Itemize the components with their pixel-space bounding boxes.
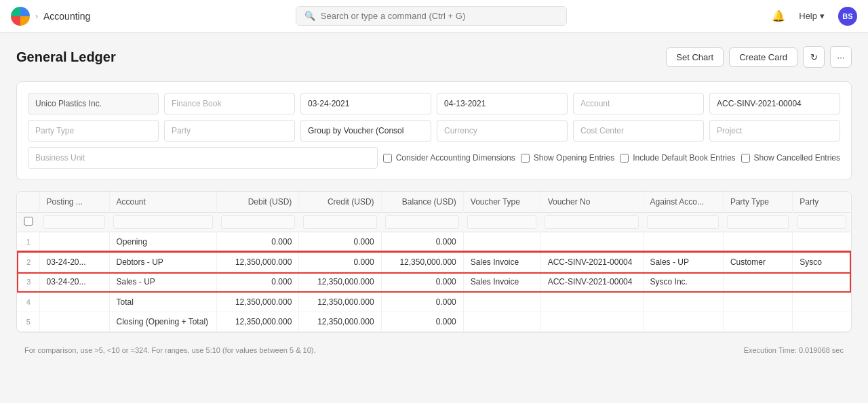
filter-party-type-input[interactable] (727, 215, 788, 229)
show-opening-entries-label[interactable]: Show Opening Entries (521, 153, 614, 163)
cell-voucher-type-1 (463, 232, 540, 253)
filter-cell-posting (39, 213, 109, 232)
cell-balance-2: 12,350,000.000 (381, 252, 463, 272)
cell-party-1 (793, 232, 850, 253)
show-cancelled-entries-checkbox[interactable] (741, 154, 750, 163)
filter-debit-input[interactable] (221, 215, 295, 229)
filter-against-input[interactable] (647, 215, 719, 229)
app-name: Accounting (43, 11, 90, 22)
filter-voucher-type-input[interactable] (467, 215, 536, 229)
col-party: Party (793, 192, 850, 213)
cell-voucher-no-1 (540, 232, 643, 253)
cell-credit-2: 0.000 (299, 252, 381, 272)
show-opening-entries-checkbox[interactable] (521, 154, 530, 163)
cell-balance-1: 0.000 (381, 232, 463, 253)
cell-posting-5 (39, 312, 109, 332)
cell-voucher-no-3: ACC-SINV-2021-00004 (540, 272, 643, 293)
filter-posting-input[interactable] (43, 215, 105, 229)
filter-cell-credit (299, 213, 381, 232)
account-placeholder-input[interactable] (573, 93, 704, 114)
cell-credit-4: 12,350,000.000 (299, 292, 381, 312)
party-type-input[interactable] (28, 120, 159, 142)
table-header-row: Posting ... Account Debit (USD) Credit (… (18, 192, 850, 213)
include-default-book-checkbox[interactable] (620, 154, 629, 163)
business-unit-input[interactable] (28, 147, 378, 169)
finance-book-input[interactable] (164, 93, 295, 114)
col-voucher-no: Voucher No (540, 192, 643, 213)
table-row[interactable]: 5 Closing (Opening + Total) 12,350,000.0… (18, 312, 850, 332)
col-posting: Posting ... (39, 192, 109, 213)
filter-balance-input[interactable] (385, 215, 459, 229)
filter-cell-check (18, 213, 39, 232)
filter-cell-party-type (723, 213, 792, 232)
filter-cell-against (643, 213, 723, 232)
table-row[interactable]: 2 03-24-20... Debtors - UP 12,350,000.00… (18, 252, 850, 272)
cell-account-2: Debtors - UP (109, 252, 217, 272)
cell-posting-2: 03-24-20... (39, 252, 109, 272)
cell-party-type-5 (723, 312, 792, 332)
cell-credit-3: 12,350,000.000 (299, 272, 381, 293)
party-input[interactable] (164, 120, 295, 142)
cell-credit-1: 0.000 (299, 232, 381, 253)
col-voucher-type: Voucher Type (463, 192, 540, 213)
page-header: General Ledger Set Chart Create Card ↻ ·… (16, 46, 852, 68)
cell-balance-3: 0.000 (381, 272, 463, 293)
avatar[interactable]: BS (838, 7, 857, 26)
cost-center-input[interactable] (573, 120, 704, 142)
to-date-input[interactable] (437, 93, 568, 114)
col-debit: Debit (USD) (217, 192, 299, 213)
row-num-4: 4 (18, 292, 39, 312)
cell-account-3: Sales - UP (109, 272, 217, 293)
search-input[interactable] (321, 11, 558, 21)
navbar-left: › Accounting (11, 7, 90, 26)
project-input[interactable] (709, 120, 840, 142)
cell-debit-3: 0.000 (217, 272, 299, 293)
filter-row-2 (28, 120, 840, 142)
consider-accounting-dimensions-label[interactable]: Consider Accounting Dimensions (383, 153, 515, 163)
account-value-input[interactable] (709, 93, 840, 114)
filter-account-input[interactable] (113, 215, 213, 229)
refresh-button[interactable]: ↻ (803, 46, 825, 68)
cell-against-3: Sysco Inc. (643, 272, 723, 293)
filter-row-3: Consider Accounting Dimensions Show Open… (28, 147, 840, 169)
cell-debit-1: 0.000 (217, 232, 299, 253)
cell-debit-5: 12,350,000.000 (217, 312, 299, 332)
table-container: Posting ... Account Debit (USD) Credit (… (16, 191, 852, 333)
search-box[interactable]: 🔍 (296, 6, 567, 26)
cell-voucher-no-4 (540, 292, 643, 312)
more-options-button[interactable]: ··· (830, 46, 852, 68)
help-button[interactable]: Help ▾ (793, 8, 830, 24)
row-num-2: 2 (18, 252, 39, 272)
filter-party-input[interactable] (797, 215, 846, 229)
cell-against-2: Sales - UP (643, 252, 723, 272)
header-actions: Set Chart Create Card ↻ ··· (666, 46, 852, 68)
from-date-input[interactable] (300, 93, 431, 114)
filter-cell-party (793, 213, 850, 232)
refresh-icon: ↻ (810, 52, 818, 62)
cell-account-5: Closing (Opening + Total) (109, 312, 217, 332)
show-cancelled-entries-label[interactable]: Show Cancelled Entries (741, 153, 840, 163)
currency-input[interactable] (437, 120, 568, 142)
consider-accounting-dimensions-checkbox[interactable] (383, 154, 392, 163)
table-row[interactable]: 3 03-24-20... Sales - UP 0.000 12,350,00… (18, 272, 850, 293)
col-party-type: Party Type (723, 192, 792, 213)
cell-posting-3: 03-24-20... (39, 272, 109, 293)
create-card-button[interactable]: Create Card (729, 47, 797, 67)
search-icon: 🔍 (304, 11, 315, 21)
filter-row-1 (28, 93, 840, 114)
notification-bell-icon[interactable]: 🔔 (772, 9, 785, 22)
set-chart-button[interactable]: Set Chart (666, 47, 724, 67)
filter-section: Consider Accounting Dimensions Show Open… (16, 81, 852, 180)
filter-voucher-no-input[interactable] (545, 215, 639, 229)
cell-party-2: Sysco (793, 252, 850, 272)
group-by-input[interactable] (300, 120, 431, 142)
company-input[interactable] (28, 93, 159, 114)
table-row[interactable]: 1 Opening 0.000 0.000 0.000 (18, 232, 850, 253)
table-row[interactable]: 4 Total 12,350,000.000 12,350,000.000 0.… (18, 292, 850, 312)
filter-credit-input[interactable] (303, 215, 377, 229)
cell-balance-5: 0.000 (381, 312, 463, 332)
include-default-book-label[interactable]: Include Default Book Entries (620, 153, 735, 163)
select-all-checkbox[interactable] (22, 217, 35, 226)
footer-hint: For comparison, use >5, <10 or =324. For… (24, 346, 316, 354)
cell-account-4: Total (109, 292, 217, 312)
